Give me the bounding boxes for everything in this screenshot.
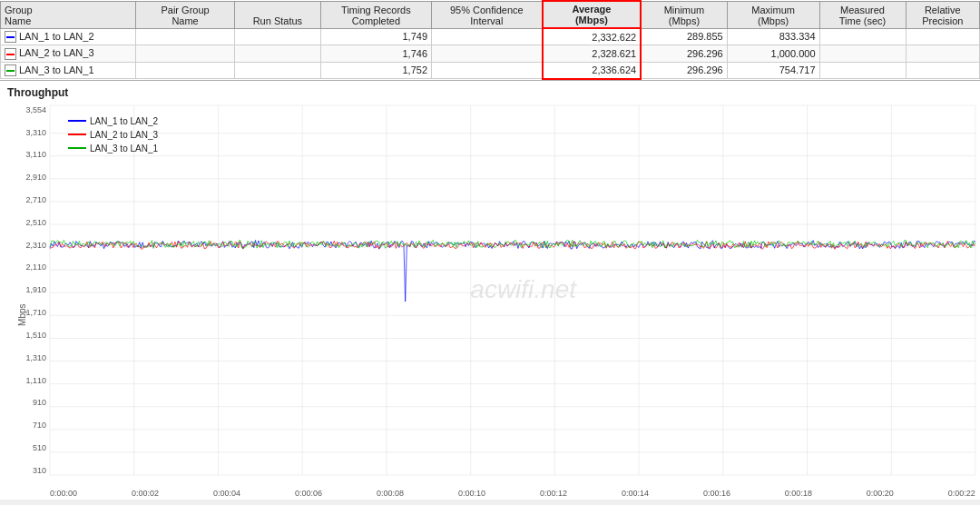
y-label: 2,910 xyxy=(25,173,46,182)
cell-max: 833.334 xyxy=(727,28,819,45)
cell-avg: 2,332.622 xyxy=(543,28,642,45)
col-header-pair: Pair GroupName xyxy=(136,1,235,28)
cell-group: LAN_3 to LAN_1 xyxy=(1,62,136,79)
cell-avg: 2,336.624 xyxy=(543,62,642,79)
chart-title: Throughput xyxy=(0,84,980,101)
x-label: 0:00:18 xyxy=(785,489,812,498)
x-label: 0:00:20 xyxy=(867,489,894,498)
cell-timing: 1,752 xyxy=(320,62,431,79)
x-label: 0:00:04 xyxy=(213,489,240,498)
results-table: GroupName Pair GroupName Run Status Timi… xyxy=(0,0,980,80)
cell-relative xyxy=(906,62,980,79)
cell-min: 296.296 xyxy=(641,62,727,79)
y-label: 310 xyxy=(33,466,46,475)
table-row: LAN_2 to LAN_3 1,746 2,328.621 296.296 1… xyxy=(1,45,980,63)
col-header-avg: Average(Mbps) xyxy=(543,1,642,28)
x-axis-labels: 0:00:000:00:020:00:040:00:060:00:080:00:… xyxy=(50,489,975,498)
cell-avg: 2,328.621 xyxy=(543,45,642,63)
table-header-row: GroupName Pair GroupName Run Status Timi… xyxy=(1,1,980,28)
legend-color xyxy=(68,120,86,122)
legend-item: LAN_1 to LAN_2 xyxy=(68,114,158,128)
x-label: 0:00:06 xyxy=(295,489,322,498)
legend-color xyxy=(68,147,86,149)
y-label: 2,310 xyxy=(25,241,46,250)
legend-label: LAN_3 to LAN_1 xyxy=(90,142,158,155)
y-label: 3,310 xyxy=(25,128,46,137)
x-label: 0:00:10 xyxy=(458,489,485,498)
y-label: 3,110 xyxy=(25,150,46,159)
cell-pair xyxy=(136,45,235,63)
col-header-group: GroupName xyxy=(1,1,136,28)
y-label: 3,554 xyxy=(25,105,46,114)
cell-ci xyxy=(432,45,543,63)
cell-min: 289.855 xyxy=(641,28,727,45)
legend-item: LAN_3 to LAN_1 xyxy=(68,142,158,155)
y-label: 510 xyxy=(33,443,46,452)
cell-min: 296.296 xyxy=(641,45,727,63)
col-header-run: Run Status xyxy=(234,1,320,28)
x-label: 0:00:22 xyxy=(948,489,975,498)
col-header-relative: RelativePrecision xyxy=(906,1,980,28)
y-axis-labels: 3,5543,3103,1102,9102,7102,5102,3102,110… xyxy=(0,105,50,475)
col-header-min: Minimum(Mbps) xyxy=(641,1,727,28)
x-label: 0:00:16 xyxy=(703,489,730,498)
x-label: 0:00:14 xyxy=(622,489,649,498)
cell-max: 1,000.000 xyxy=(727,45,819,63)
y-label: 1,110 xyxy=(25,376,46,385)
cell-max: 754.717 xyxy=(727,62,819,79)
col-header-max: Maximum(Mbps) xyxy=(727,1,819,28)
chart-area: 3,5543,3103,1102,9102,7102,5102,3102,110… xyxy=(0,101,980,498)
y-label: 1,310 xyxy=(25,353,46,362)
y-label: 1,710 xyxy=(25,308,46,317)
y-label: 1,510 xyxy=(25,331,46,340)
col-header-timing: Timing RecordsCompleted xyxy=(320,1,431,28)
cell-pair xyxy=(136,28,235,45)
cell-ci xyxy=(432,62,543,79)
cell-group: LAN_1 to LAN_2 xyxy=(1,28,136,45)
y-label: 2,110 xyxy=(25,262,46,272)
y-label: 910 xyxy=(33,398,46,407)
cell-measured xyxy=(819,62,906,79)
cell-measured xyxy=(819,45,906,63)
x-label: 0:00:00 xyxy=(50,489,77,498)
y-label: 1,910 xyxy=(25,285,46,294)
y-label: 2,710 xyxy=(25,195,46,204)
table-row: LAN_3 to LAN_1 1,752 2,336.624 296.296 7… xyxy=(1,62,980,79)
chart-section: Throughput 3,5543,3103,1102,9102,7102,51… xyxy=(0,81,980,500)
col-header-ci: 95% ConfidenceInterval xyxy=(432,1,543,28)
y-label: 2,510 xyxy=(25,218,46,227)
cell-measured xyxy=(819,28,906,45)
cell-run xyxy=(234,45,320,63)
cell-ci xyxy=(432,28,543,45)
cell-relative xyxy=(906,45,980,63)
cell-run xyxy=(234,62,320,79)
x-label: 0:00:02 xyxy=(132,489,159,498)
cell-pair xyxy=(136,62,235,79)
cell-timing: 1,746 xyxy=(320,45,431,63)
chart-legend: LAN_1 to LAN_2LAN_2 to LAN_3LAN_3 to LAN… xyxy=(68,114,158,155)
chart-inner: LAN_1 to LAN_2LAN_2 to LAN_3LAN_3 to LAN… xyxy=(50,105,975,475)
legend-item: LAN_2 to LAN_3 xyxy=(68,128,158,142)
cell-relative xyxy=(906,28,980,45)
y-axis-label: Mbps xyxy=(17,304,27,326)
col-header-measured: MeasuredTime (sec) xyxy=(819,1,906,28)
x-label: 0:00:08 xyxy=(377,489,404,498)
cell-group: LAN_2 to LAN_3 xyxy=(1,45,136,63)
table-row: LAN_1 to LAN_2 1,749 2,332.622 289.855 8… xyxy=(1,28,980,45)
cell-timing: 1,749 xyxy=(320,28,431,45)
legend-color xyxy=(68,134,86,135)
legend-label: LAN_2 to LAN_3 xyxy=(90,128,158,142)
legend-label: LAN_1 to LAN_2 xyxy=(90,114,158,128)
x-label: 0:00:12 xyxy=(540,489,567,498)
y-label: 710 xyxy=(33,421,46,430)
data-table-section: GroupName Pair GroupName Run Status Timi… xyxy=(0,0,980,81)
cell-run xyxy=(234,28,320,45)
